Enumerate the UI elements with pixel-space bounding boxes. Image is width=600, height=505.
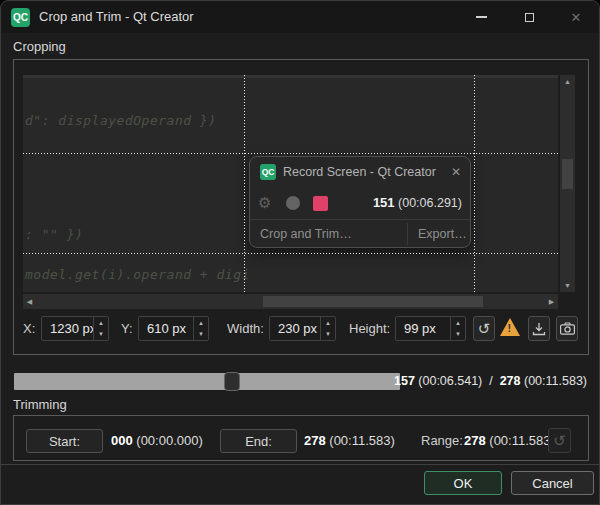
spin-up-icon[interactable]: ▲ [451, 317, 465, 329]
save-button[interactable] [528, 316, 550, 341]
width-spinner: ▲ ▼ [320, 317, 335, 340]
height-value[interactable]: 99 px [396, 317, 450, 340]
spin-down-icon[interactable]: ▼ [194, 329, 208, 341]
close-icon: ✕ [451, 157, 461, 187]
scroll-right-icon[interactable]: ▶ [545, 294, 558, 309]
width-label: Width: [227, 316, 264, 341]
crop-guide-top [23, 153, 558, 154]
recorded-code-line: d": displayedOperand }) [25, 113, 217, 128]
spin-up-icon[interactable]: ▲ [194, 317, 208, 329]
spin-up-icon[interactable]: ▲ [321, 317, 335, 329]
vertical-scrollbar[interactable]: ▲ ▼ [560, 75, 575, 292]
trimming-group-label: Trimming [13, 397, 67, 412]
reset-crop-button[interactable]: ↺ [473, 316, 495, 341]
ok-button[interactable]: OK [424, 471, 502, 495]
spin-down-icon[interactable]: ▼ [94, 329, 108, 341]
screenshot-button[interactable] [556, 316, 578, 341]
minimize-button[interactable] [465, 1, 497, 33]
recorded-frame-counter: 151 (00:06.291) [373, 187, 462, 219]
maximize-button[interactable] [513, 1, 545, 33]
scroll-up-icon[interactable]: ▲ [560, 75, 575, 88]
crop-guide-right [474, 75, 475, 292]
record-circle-icon [286, 196, 300, 210]
frame-slider-handle[interactable] [224, 372, 240, 391]
frame-progress-text: 157 (00:06.541) / 278 (00:11.583) [394, 373, 587, 390]
scroll-down-icon[interactable]: ▼ [560, 279, 575, 292]
title-bar: QC Crop and Trim - Qt Creator ✕ [1, 1, 600, 33]
reset-trim-button[interactable]: ↺ [548, 428, 571, 453]
height-label: Height: [349, 316, 390, 341]
cropping-group-label: Cropping [13, 39, 66, 54]
minimize-icon [476, 16, 487, 18]
gear-icon: ⚙ [258, 187, 271, 219]
x-label: X: [23, 316, 35, 341]
footer-divider [1, 464, 600, 465]
crop-guide-left [244, 75, 245, 292]
vertical-scrollbar-thumb[interactable] [562, 159, 573, 189]
x-spinner: ▲ ▼ [93, 317, 108, 340]
range-value: 278 (00:11.583) [464, 429, 555, 453]
y-spinner: ▲ ▼ [193, 317, 208, 340]
maximize-icon [525, 13, 534, 22]
qt-creator-logo-icon: QC [11, 8, 30, 27]
scroll-left-icon[interactable]: ◀ [23, 294, 36, 309]
reset-icon: ↺ [478, 321, 491, 336]
download-icon [532, 322, 546, 336]
warning-icon [500, 318, 520, 336]
spin-up-icon[interactable]: ▲ [94, 317, 108, 329]
recorded-window-title: Record Screen - Qt Creator [283, 157, 436, 187]
y-value[interactable]: 610 px [139, 317, 193, 340]
stop-square-icon [313, 196, 328, 211]
divider [407, 223, 408, 245]
y-label: Y: [121, 316, 133, 341]
range-label: Range: [421, 429, 463, 453]
window-title: Crop and Trim - Qt Creator [39, 1, 194, 33]
horizontal-scrollbar-thumb[interactable] [263, 296, 483, 307]
qt-creator-logo-icon: QC [260, 164, 276, 180]
horizontal-scrollbar[interactable]: ◀ ▶ [23, 294, 558, 309]
end-value: 278 (00:11.583) [304, 429, 395, 453]
spin-down-icon[interactable]: ▼ [451, 329, 465, 341]
camera-icon [560, 322, 575, 335]
preview-top-band [23, 75, 558, 78]
spin-down-icon[interactable]: ▼ [321, 329, 335, 341]
close-icon: ✕ [571, 11, 582, 24]
height-spinbox[interactable]: 99 px ▲ ▼ [395, 316, 466, 341]
crop-and-trim-dialog: QC Crop and Trim - Qt Creator ✕ Cropping… [0, 0, 600, 505]
x-value[interactable]: 1230 px [42, 317, 93, 340]
x-spinbox[interactable]: 1230 px ▲ ▼ [41, 316, 109, 341]
set-start-button[interactable]: Start: [26, 429, 103, 453]
set-end-button[interactable]: End: [220, 429, 297, 453]
frame-slider-track[interactable] [14, 373, 400, 390]
recorded-code-line: model.get(i).operand + digi [25, 267, 250, 282]
width-spinbox[interactable]: 230 px ▲ ▼ [269, 316, 336, 341]
y-spinbox[interactable]: 610 px ▲ ▼ [138, 316, 209, 341]
start-value: 000 (00:00.000) [111, 429, 203, 453]
cancel-button[interactable]: Cancel [511, 471, 594, 495]
crop-guide-bottom [23, 253, 558, 254]
recorded-code-line: : "" }) [25, 227, 83, 242]
height-spinner: ▲ ▼ [450, 317, 465, 340]
recorded-export-label: Export… [418, 220, 467, 248]
recorded-record-screen-window: QC Record Screen - Qt Creator ✕ ⚙ 151 (0… [249, 156, 471, 248]
close-button[interactable]: ✕ [557, 1, 595, 33]
recorded-crop-and-trim-label: Crop and Trim… [260, 220, 352, 248]
reset-icon: ↺ [553, 432, 566, 450]
width-value[interactable]: 230 px [270, 317, 320, 340]
